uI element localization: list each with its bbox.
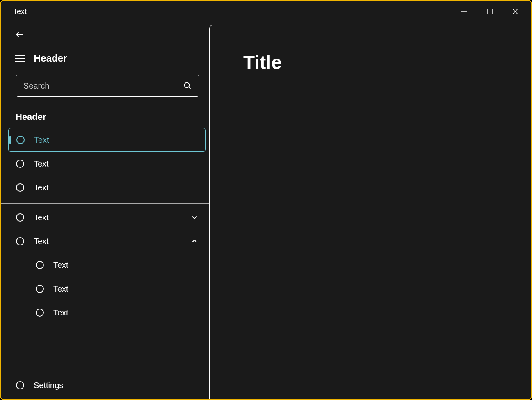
body: Header Header Text bbox=[1, 22, 531, 399]
nav-item[interactable]: Text bbox=[1, 176, 209, 199]
svg-point-7 bbox=[185, 83, 190, 88]
nav-item-label: Text bbox=[34, 213, 182, 222]
nav-subitem[interactable]: Text bbox=[1, 301, 209, 325]
nav-item[interactable]: Text bbox=[8, 128, 206, 152]
arrow-left-icon bbox=[15, 30, 25, 39]
nav-item-label: Text bbox=[34, 159, 198, 169]
divider bbox=[1, 203, 209, 204]
svg-point-9 bbox=[17, 136, 24, 144]
sidebar-header-label: Header bbox=[34, 53, 67, 64]
window-title: Text bbox=[13, 7, 27, 16]
nav-item-label: Text bbox=[53, 308, 198, 318]
sidebar: Header Header Text bbox=[1, 22, 209, 399]
svg-point-10 bbox=[16, 160, 24, 167]
circle-icon bbox=[16, 135, 25, 144]
circle-icon bbox=[35, 308, 44, 317]
svg-point-14 bbox=[36, 261, 43, 269]
svg-point-15 bbox=[36, 285, 43, 293]
circle-icon bbox=[16, 183, 25, 192]
titlebar: Text bbox=[1, 1, 531, 22]
window-controls bbox=[452, 3, 528, 20]
close-button[interactable] bbox=[502, 3, 528, 20]
minimize-icon bbox=[461, 8, 468, 15]
nav-item-expandable[interactable]: Text bbox=[1, 229, 209, 253]
circle-icon bbox=[16, 381, 25, 390]
maximize-icon bbox=[486, 8, 493, 15]
close-icon bbox=[512, 8, 518, 15]
search-input[interactable] bbox=[23, 81, 183, 91]
sidebar-header: Header bbox=[1, 47, 209, 70]
chevron-up-icon bbox=[191, 238, 198, 245]
chevron-down-icon bbox=[191, 214, 198, 221]
svg-point-13 bbox=[16, 238, 24, 245]
svg-point-17 bbox=[16, 382, 24, 389]
svg-line-8 bbox=[189, 87, 191, 89]
page-title: Title bbox=[243, 51, 531, 73]
nav-item[interactable]: Text bbox=[1, 152, 209, 176]
circle-icon bbox=[16, 213, 25, 222]
settings-item[interactable]: Settings bbox=[1, 371, 209, 399]
app-window: Text Header bbox=[0, 0, 532, 400]
nav-item-label: Text bbox=[53, 261, 198, 270]
nav-item-label: Text bbox=[34, 135, 194, 145]
nav-item-label: Text bbox=[34, 237, 182, 246]
back-button[interactable] bbox=[15, 30, 25, 39]
circle-icon bbox=[16, 237, 25, 246]
nav-subitem[interactable]: Text bbox=[1, 277, 209, 301]
circle-icon bbox=[16, 159, 25, 168]
nav-subitem[interactable]: Text bbox=[1, 253, 209, 277]
settings-label: Settings bbox=[34, 381, 209, 390]
minimize-button[interactable] bbox=[452, 3, 477, 20]
search-icon bbox=[183, 82, 192, 90]
search-row bbox=[1, 70, 209, 102]
search-box[interactable] bbox=[16, 75, 199, 97]
hamburger-button[interactable] bbox=[15, 54, 25, 62]
svg-point-12 bbox=[16, 214, 24, 221]
circle-icon bbox=[35, 284, 44, 293]
svg-point-16 bbox=[36, 309, 43, 316]
hamburger-icon bbox=[15, 54, 25, 62]
svg-point-11 bbox=[16, 184, 24, 191]
circle-icon bbox=[35, 261, 44, 270]
main-content: Title bbox=[209, 25, 531, 399]
nav-group-2: Text Text Text Text bbox=[1, 206, 209, 325]
section-header: Header bbox=[1, 102, 209, 128]
back-row bbox=[1, 22, 209, 47]
nav-item-label: Text bbox=[34, 183, 198, 192]
nav-item-label: Text bbox=[53, 284, 198, 294]
nav-group-1: Text Text Text bbox=[1, 128, 209, 199]
svg-rect-1 bbox=[487, 9, 492, 14]
maximize-button[interactable] bbox=[477, 3, 502, 20]
nav-item-expandable[interactable]: Text bbox=[1, 206, 209, 229]
nav-scroll: Header Text Text Text bbox=[1, 102, 209, 371]
